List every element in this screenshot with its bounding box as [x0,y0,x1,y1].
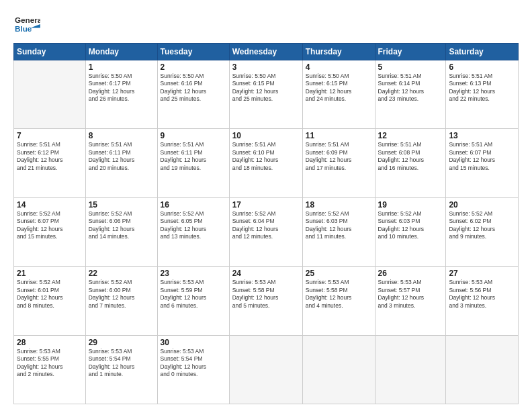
calendar-cell: 13Sunrise: 5:51 AM Sunset: 6:07 PM Dayli… [446,129,519,197]
calendar-cell: 1Sunrise: 5:50 AM Sunset: 6:17 PM Daylig… [85,60,157,129]
calendar-cell: 28Sunrise: 5:53 AM Sunset: 5:55 PM Dayli… [14,335,86,404]
calendar-cell [446,335,519,404]
calendar-header-cell: Sunday [14,44,86,60]
calendar-cell: 19Sunrise: 5:52 AM Sunset: 6:03 PM Dayli… [375,197,446,266]
day-info: Sunrise: 5:53 AM Sunset: 5:58 PM Dayligh… [306,279,372,310]
page: General Blue SundayMondayTuesdayWednesda… [0,0,532,411]
day-number: 2 [161,62,226,72]
day-info: Sunrise: 5:50 AM Sunset: 6:17 PM Dayligh… [89,73,154,103]
day-number: 24 [232,269,300,278]
header: General Blue [13,12,519,38]
calendar-cell: 21Sunrise: 5:52 AM Sunset: 6:01 PM Dayli… [14,267,86,335]
day-info: Sunrise: 5:51 AM Sunset: 6:09 PM Dayligh… [306,141,372,172]
calendar-cell: 30Sunrise: 5:53 AM Sunset: 5:54 PM Dayli… [157,335,229,404]
calendar-header-cell: Monday [85,44,157,60]
logo: General Blue [13,12,40,38]
day-info: Sunrise: 5:51 AM Sunset: 6:11 PM Dayligh… [161,141,226,172]
day-number: 22 [89,269,154,278]
day-number: 6 [449,62,515,72]
calendar-header-cell: Friday [375,44,446,60]
calendar-cell: 26Sunrise: 5:53 AM Sunset: 5:57 PM Dayli… [375,267,446,335]
day-info: Sunrise: 5:53 AM Sunset: 5:55 PM Dayligh… [17,348,83,379]
day-info: Sunrise: 5:52 AM Sunset: 6:07 PM Dayligh… [17,210,83,241]
day-number: 11 [306,131,372,140]
calendar-header-cell: Saturday [446,44,519,60]
calendar-cell: 20Sunrise: 5:52 AM Sunset: 6:02 PM Dayli… [446,197,519,266]
day-info: Sunrise: 5:50 AM Sunset: 6:16 PM Dayligh… [161,73,226,103]
calendar-header-row: SundayMondayTuesdayWednesdayThursdayFrid… [14,44,519,60]
day-info: Sunrise: 5:52 AM Sunset: 6:03 PM Dayligh… [306,210,372,241]
day-number: 20 [449,200,515,210]
day-number: 17 [232,200,300,210]
day-info: Sunrise: 5:52 AM Sunset: 6:05 PM Dayligh… [161,210,226,241]
day-number: 27 [449,269,515,278]
calendar-row: 7Sunrise: 5:51 AM Sunset: 6:12 PM Daylig… [14,129,519,197]
day-info: Sunrise: 5:51 AM Sunset: 6:10 PM Dayligh… [232,141,300,172]
calendar-cell: 4Sunrise: 5:50 AM Sunset: 6:15 PM Daylig… [302,60,375,129]
day-info: Sunrise: 5:51 AM Sunset: 6:14 PM Dayligh… [378,73,443,103]
day-info: Sunrise: 5:52 AM Sunset: 6:06 PM Dayligh… [89,210,154,241]
day-number: 28 [17,338,83,347]
calendar-cell: 8Sunrise: 5:51 AM Sunset: 6:11 PM Daylig… [85,129,157,197]
calendar-cell: 27Sunrise: 5:53 AM Sunset: 5:56 PM Dayli… [446,267,519,335]
calendar-cell [375,335,446,404]
day-number: 18 [306,200,372,210]
calendar-cell: 18Sunrise: 5:52 AM Sunset: 6:03 PM Dayli… [302,197,375,266]
day-info: Sunrise: 5:53 AM Sunset: 5:54 PM Dayligh… [89,348,154,379]
calendar-cell: 5Sunrise: 5:51 AM Sunset: 6:14 PM Daylig… [375,60,446,129]
calendar-row: 1Sunrise: 5:50 AM Sunset: 6:17 PM Daylig… [14,60,519,129]
calendar-cell: 23Sunrise: 5:53 AM Sunset: 5:59 PM Dayli… [157,267,229,335]
calendar-cell: 22Sunrise: 5:52 AM Sunset: 6:00 PM Dayli… [85,267,157,335]
day-info: Sunrise: 5:52 AM Sunset: 6:03 PM Dayligh… [378,210,443,241]
day-info: Sunrise: 5:52 AM Sunset: 6:02 PM Dayligh… [449,210,515,241]
day-number: 19 [378,200,443,210]
day-info: Sunrise: 5:51 AM Sunset: 6:13 PM Dayligh… [449,73,515,103]
svg-text:General: General [15,15,40,24]
calendar-header-cell: Wednesday [229,44,302,60]
calendar-cell: 16Sunrise: 5:52 AM Sunset: 6:05 PM Dayli… [157,197,229,266]
day-info: Sunrise: 5:51 AM Sunset: 6:11 PM Dayligh… [89,141,154,172]
calendar-row: 28Sunrise: 5:53 AM Sunset: 5:55 PM Dayli… [14,335,519,404]
day-info: Sunrise: 5:52 AM Sunset: 6:01 PM Dayligh… [17,279,83,310]
day-number: 16 [161,200,226,210]
day-number: 10 [232,131,300,140]
calendar-cell: 24Sunrise: 5:53 AM Sunset: 5:58 PM Dayli… [229,267,302,335]
day-info: Sunrise: 5:51 AM Sunset: 6:08 PM Dayligh… [378,141,443,172]
day-number: 1 [89,62,154,72]
calendar-cell: 9Sunrise: 5:51 AM Sunset: 6:11 PM Daylig… [157,129,229,197]
day-info: Sunrise: 5:51 AM Sunset: 6:12 PM Dayligh… [17,141,83,172]
day-info: Sunrise: 5:50 AM Sunset: 6:15 PM Dayligh… [232,73,300,103]
day-number: 25 [306,269,372,278]
day-number: 21 [17,269,83,278]
calendar-cell [14,60,86,129]
day-info: Sunrise: 5:53 AM Sunset: 5:58 PM Dayligh… [232,279,300,310]
calendar-cell: 10Sunrise: 5:51 AM Sunset: 6:10 PM Dayli… [229,129,302,197]
svg-text:Blue: Blue [15,24,32,33]
day-info: Sunrise: 5:50 AM Sunset: 6:15 PM Dayligh… [306,73,372,103]
calendar-header-cell: Tuesday [157,44,229,60]
day-number: 7 [17,131,83,140]
calendar-cell: 11Sunrise: 5:51 AM Sunset: 6:09 PM Dayli… [302,129,375,197]
calendar-cell: 2Sunrise: 5:50 AM Sunset: 6:16 PM Daylig… [157,60,229,129]
calendar-row: 21Sunrise: 5:52 AM Sunset: 6:01 PM Dayli… [14,267,519,335]
calendar-cell: 3Sunrise: 5:50 AM Sunset: 6:15 PM Daylig… [229,60,302,129]
day-number: 15 [89,200,154,210]
day-info: Sunrise: 5:53 AM Sunset: 5:59 PM Dayligh… [161,279,226,310]
day-number: 26 [378,269,443,278]
calendar-cell: 7Sunrise: 5:51 AM Sunset: 6:12 PM Daylig… [14,129,86,197]
calendar-row: 14Sunrise: 5:52 AM Sunset: 6:07 PM Dayli… [14,197,519,266]
day-number: 13 [449,131,515,140]
day-info: Sunrise: 5:52 AM Sunset: 6:04 PM Dayligh… [232,210,300,241]
day-number: 29 [89,338,154,347]
calendar-cell: 17Sunrise: 5:52 AM Sunset: 6:04 PM Dayli… [229,197,302,266]
calendar-cell: 6Sunrise: 5:51 AM Sunset: 6:13 PM Daylig… [446,60,519,129]
day-number: 30 [161,338,226,347]
day-number: 4 [306,62,372,72]
calendar-table: SundayMondayTuesdayWednesdayThursdayFrid… [13,43,519,404]
day-number: 5 [378,62,443,72]
day-info: Sunrise: 5:52 AM Sunset: 6:00 PM Dayligh… [89,279,154,310]
day-info: Sunrise: 5:51 AM Sunset: 6:07 PM Dayligh… [449,141,515,172]
day-number: 9 [161,131,226,140]
day-info: Sunrise: 5:53 AM Sunset: 5:57 PM Dayligh… [378,279,443,310]
svg-marker-2 [30,24,40,28]
